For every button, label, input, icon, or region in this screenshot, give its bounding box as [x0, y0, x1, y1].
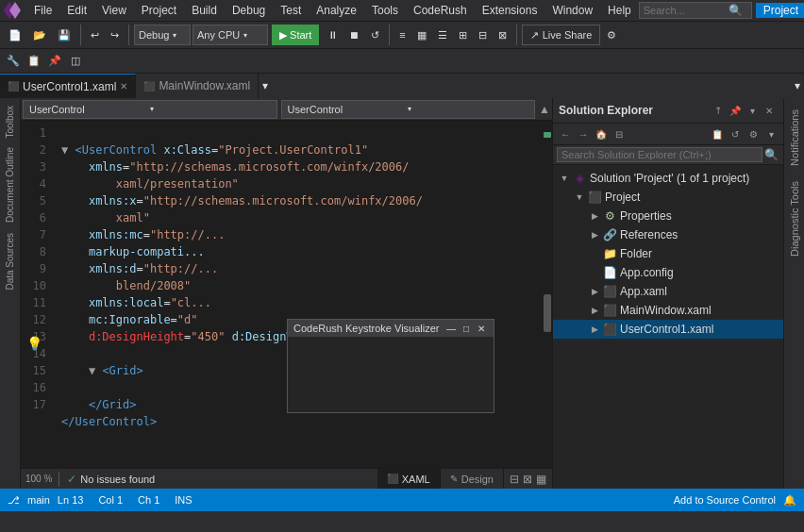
split-vertical-button[interactable]: ⊠ — [523, 473, 532, 486]
tabs-scroll-button[interactable]: ▾ — [259, 74, 272, 98]
se-home-button[interactable]: 🏠 — [593, 125, 610, 142]
split-horizontal-button[interactable]: ⊟ — [510, 473, 519, 486]
live-share-button[interactable]: ↗ Live Share — [522, 25, 601, 45]
global-search-box[interactable]: 🔍 — [639, 2, 752, 19]
save-button[interactable]: 💾 — [53, 24, 75, 46]
global-search-input[interactable] — [644, 5, 729, 16]
tree-project[interactable]: ▼ ⬛ Project — [553, 188, 783, 207]
live-share-icon: ↗ — [530, 29, 539, 42]
tab-mainwindow[interactable]: ⬛ MainWindow.xaml — [136, 74, 259, 98]
se-settings-button[interactable]: ⚙ — [745, 125, 762, 142]
member-dropdown[interactable]: UserControl ▾ — [281, 100, 536, 119]
menu-help[interactable]: Help — [600, 2, 639, 19]
align-button[interactable]: ◫ — [66, 52, 85, 71]
toolbar-btn5[interactable]: ⊟ — [474, 24, 492, 46]
source-control-label[interactable]: Add to Source Control — [674, 494, 776, 506]
search-icon: 🔍 — [729, 4, 743, 17]
se-back-button[interactable]: ← — [557, 125, 574, 142]
data-sources-icon[interactable]: Data Sources — [3, 229, 17, 294]
menu-project[interactable]: Project — [134, 2, 184, 19]
menu-view[interactable]: View — [94, 2, 134, 19]
tab-xaml[interactable]: ⬛ XAML — [377, 469, 441, 490]
se-collapse-button[interactable]: ⤒ — [710, 102, 727, 119]
pause-button[interactable]: ⏸ — [323, 24, 343, 46]
se-pin-button[interactable]: 📌 — [727, 102, 744, 119]
se-close-button[interactable]: ✕ — [761, 102, 778, 119]
editor-area: UserControl ▾ UserControl ▾ ▲ 12345 6789… — [21, 98, 552, 489]
layout-button[interactable]: ▦ — [536, 473, 546, 486]
appxaml-icon: ⬛ — [602, 284, 617, 299]
se-search-input[interactable] — [557, 147, 762, 162]
menu-window[interactable]: Window — [544, 2, 600, 19]
menu-tools[interactable]: Tools — [364, 2, 406, 19]
menu-build[interactable]: Build — [184, 2, 225, 19]
snap-button[interactable]: 📌 — [45, 52, 64, 71]
menu-analyze[interactable]: Analyze — [309, 2, 364, 19]
notification-bell-icon[interactable]: 🔔 — [783, 494, 796, 507]
tree-appconfig[interactable]: 📄 App.config — [553, 263, 783, 282]
separator4 — [516, 25, 517, 45]
toolbox-button[interactable]: 🔧 — [4, 52, 23, 71]
tree-folder[interactable]: 📁 Folder — [553, 244, 783, 263]
diagnostic-tools-label[interactable]: Diagnostic Tools — [787, 174, 802, 264]
tab-close-1[interactable]: ✕ — [120, 81, 127, 91]
start-button[interactable]: ▶ Start — [272, 25, 319, 45]
tab-design[interactable]: ✎ Design — [441, 469, 504, 490]
vertical-scrollbar[interactable] — [543, 121, 552, 468]
code-content[interactable]: ▼ <UserControl x:Class="Project.UserCont… — [54, 121, 552, 468]
se-filter-button[interactable]: ⊟ — [611, 125, 628, 142]
menu-debug[interactable]: Debug — [225, 2, 273, 19]
open-button[interactable]: 📂 — [28, 24, 51, 46]
toolbar-btn4[interactable]: ⊞ — [454, 24, 472, 46]
coderush-popup: CodeRush Keystroke Visualizer — □ ✕ — [287, 319, 494, 413]
undo-button[interactable]: ↩ — [86, 24, 104, 46]
tab-usercontrol1[interactable]: ⬛ UserControl1.xaml ✕ — [0, 74, 136, 98]
restart-button[interactable]: ↺ — [366, 24, 384, 46]
se-titlebar: Solution Explorer ⤒ 📌 ▾ ✕ — [553, 98, 783, 124]
se-properties-button[interactable]: 📋 — [709, 125, 726, 142]
cpu-dropdown[interactable]: Any CPU ▾ — [193, 25, 268, 45]
tree-solution[interactable]: ▼ ◈ Solution 'Project' (1 of 1 project) — [553, 169, 783, 188]
debug-mode-dropdown[interactable]: Debug ▾ — [134, 25, 191, 45]
class-dropdown[interactable]: UserControl ▾ — [23, 100, 277, 119]
se-options-button[interactable]: ▾ — [744, 102, 761, 119]
tree-properties[interactable]: ▶ ⚙ Properties — [553, 207, 783, 225]
se-forward-button[interactable]: → — [575, 125, 592, 142]
coderush-titlebar: CodeRush Keystroke Visualizer — □ ✕ — [288, 320, 494, 337]
xaml-tab-label: XAML — [402, 474, 430, 485]
settings-button[interactable]: ⚙ — [602, 24, 621, 46]
toolbar-btn1[interactable]: ≡ — [394, 24, 410, 46]
notifications-label[interactable]: Notifications — [787, 102, 802, 174]
tree-usercontrol1[interactable]: ▶ ⬛ UserControl1.xaml — [553, 320, 783, 339]
usercontrol-arrow: ▶ — [587, 324, 602, 334]
toolbar-btn3[interactable]: ☰ — [433, 24, 452, 46]
se-more-button[interactable]: ▾ — [762, 125, 779, 142]
usercontrol-icon: ⬛ — [602, 322, 617, 337]
editor-collapse-button[interactable]: ▲ — [537, 103, 552, 116]
redo-button[interactable]: ↪ — [106, 24, 124, 46]
menu-test[interactable]: Test — [273, 2, 309, 19]
menu-edit[interactable]: Edit — [59, 2, 94, 19]
properties-button[interactable]: 📋 — [25, 52, 43, 71]
menu-coderush[interactable]: CodeRush — [406, 2, 475, 19]
menu-file[interactable]: File — [26, 2, 59, 19]
coderush-minimize-button[interactable]: — — [444, 322, 458, 335]
tab-collapse-button[interactable]: ▾ — [791, 74, 804, 98]
new-project-button[interactable]: 📄 — [4, 24, 26, 46]
appxaml-arrow: ▶ — [587, 287, 602, 296]
tree-mainwindow[interactable]: ▶ ⬛ MainWindow.xaml — [553, 301, 783, 320]
coderush-restore-button[interactable]: □ — [460, 322, 473, 335]
status-bar: ⎇ main Ln 13 Col 1 Ch 1 INS Add to Sourc… — [0, 489, 804, 511]
toolbar-btn2[interactable]: ▦ — [412, 24, 431, 46]
xaml-tab-icon: ⬛ — [387, 474, 398, 484]
menu-extensions[interactable]: Extensions — [475, 2, 545, 19]
toolbox-sidebar-icon[interactable]: Toolbox — [3, 102, 17, 141]
scroll-thumb[interactable] — [544, 294, 551, 332]
stop-button[interactable]: ⏹ — [344, 24, 364, 46]
se-refresh-button[interactable]: ↺ — [727, 125, 744, 142]
coderush-close-button[interactable]: ✕ — [475, 322, 488, 335]
tree-references[interactable]: ▶ 🔗 References — [553, 225, 783, 244]
document-outline-icon[interactable]: Document Outline — [3, 143, 17, 226]
tree-appxaml[interactable]: ▶ ⬛ App.xaml — [553, 282, 783, 301]
toolbar-btn6[interactable]: ⊠ — [494, 24, 511, 46]
